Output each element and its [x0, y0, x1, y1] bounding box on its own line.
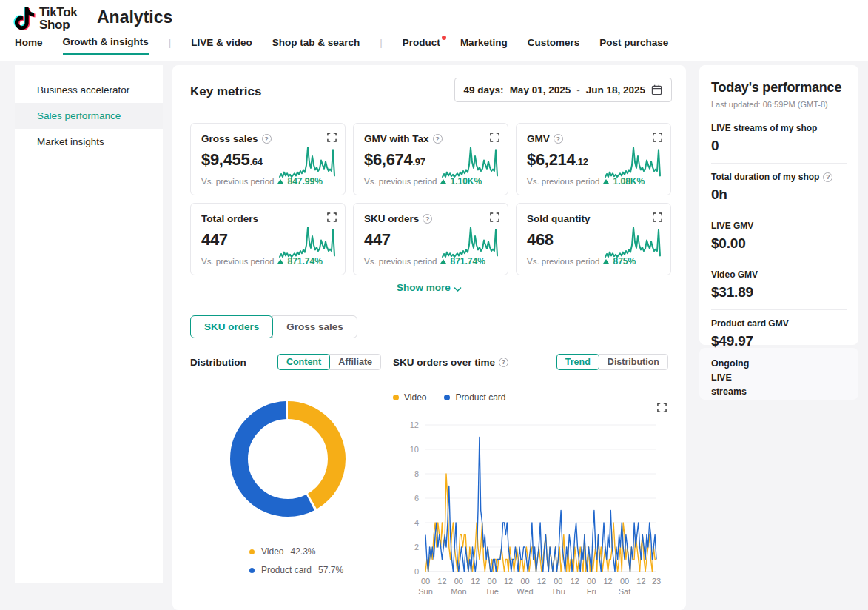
show-more-link[interactable]: Show more	[172, 282, 686, 293]
date-range-separator: -	[576, 84, 580, 95]
expand-icon[interactable]	[490, 212, 499, 222]
metric-card-sku-orders: SKU orders?447Vs. previous period871.74%	[353, 203, 508, 275]
tab-gross-sales[interactable]: Gross sales	[272, 315, 357, 338]
svg-text:2: 2	[414, 543, 419, 552]
vs-previous-label: Vs. previous period	[201, 177, 274, 186]
main-panel: Key metrics 49 days: May 01, 2025 - Jun …	[172, 65, 686, 610]
svg-text:Mon: Mon	[451, 587, 466, 596]
nav-item-post-purchase[interactable]: Post purchase	[599, 37, 668, 54]
logo-wordmark: TikTok Shop	[39, 6, 77, 31]
help-icon[interactable]: ?	[499, 358, 508, 367]
svg-text:12: 12	[603, 577, 612, 586]
toggle-affiliate[interactable]: Affiliate	[329, 354, 381, 370]
svg-text:12: 12	[504, 577, 513, 586]
metric-card-gmv-with-tax: GMV with Tax?$6,674.97Vs. previous perio…	[353, 123, 508, 195]
today-metric-video-gmv: Video GMV$31.89	[711, 261, 847, 310]
svg-text:00: 00	[488, 577, 497, 586]
metric-card-sold-quantity: Sold quantity468Vs. previous period875%	[516, 203, 671, 275]
svg-text:00: 00	[587, 577, 596, 586]
legend-item-video: Video 42.3%	[249, 546, 381, 557]
date-range-picker[interactable]: 49 days: May 01, 2025 - Jun 18, 2025	[454, 78, 672, 102]
expand-icon[interactable]	[653, 133, 662, 142]
svg-text:00: 00	[454, 577, 463, 586]
app-header: TikTok Shop Analytics HomeGrowth & insig…	[0, 0, 868, 61]
svg-text:Wed: Wed	[517, 587, 533, 596]
vs-previous-label: Vs. previous period	[527, 257, 599, 266]
svg-text:00: 00	[520, 577, 529, 586]
vs-previous-label: Vs. previous period	[364, 177, 437, 186]
metric-title: GMV with Tax	[364, 133, 429, 144]
metric-title: SKU orders	[364, 213, 419, 224]
toggle-distribution[interactable]: Distribution	[599, 354, 668, 370]
nav-divider: |	[169, 37, 172, 54]
expand-icon[interactable]	[327, 212, 337, 222]
product-card-legend-dot	[444, 395, 450, 400]
today-metric-value: 0h	[711, 187, 847, 203]
svg-text:4: 4	[414, 518, 419, 527]
sparkline-chart	[441, 224, 499, 260]
product-card-legend-dot	[249, 568, 255, 573]
donut-chart	[226, 397, 381, 521]
new-badge-dot	[442, 36, 446, 40]
key-metrics-title: Key metrics	[190, 84, 261, 99]
nav-item-home[interactable]: Home	[15, 37, 43, 54]
sparkline-chart	[604, 144, 662, 180]
sidebar-item-business-accelerator[interactable]: Business accelerator	[15, 77, 163, 103]
sparkline-chart	[278, 224, 336, 260]
today-metric-value: 0	[711, 138, 847, 154]
svg-text:12: 12	[571, 577, 579, 586]
vs-previous-label: Vs. previous period	[201, 257, 274, 266]
toggle-content[interactable]: Content	[277, 354, 330, 370]
nav-item-customers[interactable]: Customers	[528, 37, 580, 54]
sidebar-item-market-insights[interactable]: Market insights	[15, 129, 163, 155]
logo-line-2: Shop	[39, 19, 77, 31]
distribution-section: Distribution Content Affiliate Video 42.…	[190, 354, 381, 575]
orders-over-time-chart: 12108642000Sun1200Mon1200Tue1200Wed1200T…	[393, 415, 668, 600]
today-metric-total-duration-of-my-shop: Total duration of my shop?0h	[711, 164, 847, 212]
nav-item-shop-tab-search[interactable]: Shop tab & search	[272, 37, 360, 54]
metric-card-total-orders: Total orders447Vs. previous period871.74…	[190, 203, 346, 275]
vs-previous-label: Vs. previous period	[527, 177, 599, 186]
metric-card-gross-sales: Gross sales?$9,455.64Vs. previous period…	[190, 123, 346, 195]
help-icon[interactable]: ?	[262, 134, 272, 144]
legend-item-product-card: Product card	[444, 392, 505, 403]
metric-title: Sold quantity	[527, 213, 591, 224]
calendar-icon	[651, 84, 662, 95]
today-metric-live-streams-of-my-shop: LIVE streams of my shop0	[711, 115, 847, 164]
trend-distribution-toggle: Trend Distribution	[556, 354, 668, 370]
tiktok-shop-logo[interactable]: TikTok Shop	[13, 6, 77, 31]
svg-text:Tue: Tue	[485, 587, 499, 596]
nav-item-growth-insights[interactable]: Growth & insights	[63, 36, 149, 55]
nav-item-live-video[interactable]: LIVE & video	[191, 37, 252, 54]
date-range-start: May 01, 2025	[510, 84, 571, 95]
today-metric-value: $0.00	[711, 235, 847, 252]
toggle-trend[interactable]: Trend	[556, 354, 599, 370]
svg-text:12: 12	[437, 577, 446, 586]
svg-text:6: 6	[414, 494, 419, 503]
sidebar-item-sales-performance[interactable]: Sales performance	[15, 103, 163, 129]
expand-icon[interactable]	[327, 133, 337, 142]
tab-sku-orders[interactable]: SKU orders	[190, 315, 273, 338]
help-icon[interactable]: ?	[554, 134, 563, 144]
help-icon[interactable]: ?	[433, 134, 443, 144]
legend-item-video: Video	[393, 392, 426, 403]
ongoing-live-streams-label: Ongoing LIVE streams	[711, 357, 763, 399]
todays-performance-rows: LIVE streams of my shop0Total duration o…	[711, 115, 847, 358]
svg-text:12: 12	[471, 577, 480, 586]
svg-text:00: 00	[620, 577, 629, 586]
orders-over-time-section: SKU orders over time ? Trend Distributio…	[393, 354, 668, 600]
help-icon[interactable]: ?	[823, 172, 832, 182]
expand-icon[interactable]	[490, 133, 499, 142]
svg-text:12: 12	[410, 420, 419, 429]
todays-performance-title: Today's performance	[711, 80, 847, 95]
today-metric-value: $49.97	[711, 333, 847, 349]
nav-item-product[interactable]: Product	[403, 37, 440, 54]
help-icon[interactable]: ?	[423, 214, 432, 224]
svg-text:0: 0	[414, 567, 419, 576]
donut-legend: Video 42.3% Product card 57.7%	[249, 546, 381, 575]
nav-item-marketing[interactable]: Marketing	[460, 37, 508, 54]
last-updated-text: Last updated: 06:59PM (GMT-8)	[711, 100, 847, 109]
expand-icon[interactable]	[653, 212, 662, 222]
expand-icon[interactable]	[657, 403, 667, 412]
svg-text:00: 00	[554, 577, 562, 586]
